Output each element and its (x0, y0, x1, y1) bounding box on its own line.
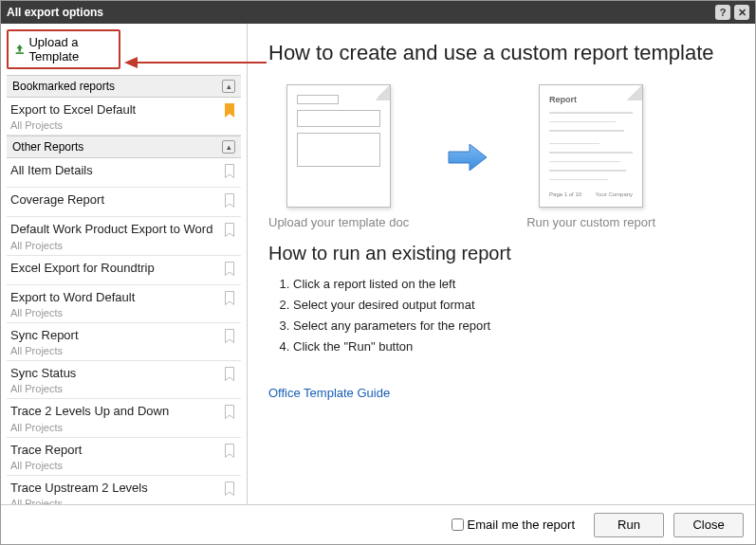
svg-marker-2 (124, 57, 138, 68)
report-item-sub: All Projects (10, 307, 220, 318)
report-item-title: Sync Report (10, 328, 220, 343)
arrow-icon (447, 141, 489, 173)
close-icon[interactable]: ✕ (734, 5, 749, 20)
window-title: All export options (7, 6, 103, 19)
report-item-title: All Item Details (10, 163, 220, 178)
run-button[interactable]: Run (594, 513, 664, 537)
upload-icon (14, 43, 25, 56)
group-header[interactable]: Other Reports▴ (7, 136, 241, 158)
report-item-title: Export to Word Default (10, 290, 220, 305)
report-item[interactable]: All Item Details (7, 158, 241, 188)
export-options-dialog: All export options ? ✕ Upload a Template… (0, 0, 756, 545)
report-item-title: Coverage Report (10, 192, 220, 208)
report-item[interactable]: Coverage Report (7, 188, 241, 217)
report-item-title: Excel Export for Roundtrip (10, 261, 220, 276)
group-header-label: Bookmarked reports (12, 80, 115, 93)
svg-rect-0 (16, 52, 24, 54)
email-report-checkbox[interactable] (452, 518, 464, 531)
bookmark-outline-icon[interactable] (224, 444, 237, 463)
bookmark-outline-icon[interactable] (224, 223, 237, 242)
office-template-guide-link[interactable]: Office Template Guide (268, 386, 390, 400)
report-item-title: Default Work Product Export to Word (10, 222, 220, 237)
report-item-sub: All Projects (10, 422, 220, 433)
step-item: Select any parameters for the report (293, 316, 734, 336)
titlebar: All export options ? ✕ (1, 1, 755, 24)
bookmark-outline-icon[interactable] (224, 262, 237, 281)
sidebar: Upload a Template Bookmarked reports▴Exp… (1, 24, 248, 504)
main-panel: How to create and use a custom report te… (248, 24, 755, 504)
bookmark-outline-icon[interactable] (224, 193, 237, 212)
collapse-icon[interactable]: ▴ (222, 80, 235, 93)
step-item: Click the "Run" button (293, 336, 734, 357)
report-item-title: Sync Status (10, 366, 220, 381)
group-header-label: Other Reports (12, 140, 83, 154)
report-item[interactable]: Trace Upstream 2 LevelsAll Projects (7, 476, 241, 504)
bookmark-outline-icon[interactable] (224, 329, 237, 348)
report-doc-illustration: Report Page 1 of 10 Your Company (539, 84, 643, 208)
template-doc-illustration (286, 84, 391, 208)
report-item[interactable]: Sync ReportAll Projects (7, 323, 241, 361)
report-item[interactable]: Trace ReportAll Projects (7, 438, 241, 476)
bookmark-outline-icon[interactable] (224, 291, 237, 310)
bookmark-filled-icon[interactable] (224, 103, 237, 122)
group-header[interactable]: Bookmarked reports▴ (7, 75, 241, 98)
report-item[interactable]: Export to Excel DefaultAll Projects (7, 98, 241, 136)
step-item: Click a report listed on the left (293, 274, 734, 295)
callout-arrow (124, 50, 267, 75)
bookmark-outline-icon[interactable] (224, 164, 237, 183)
report-item-sub: All Projects (10, 460, 220, 471)
caption-run: Run your custom report (526, 215, 655, 229)
report-item-sub: All Projects (10, 498, 220, 504)
report-item-sub: All Projects (10, 383, 220, 394)
illustration-row: Upload your template doc Report Page 1 o… (268, 84, 734, 229)
report-item-title: Export to Excel Default (10, 102, 220, 118)
report-item[interactable]: Export to Word DefaultAll Projects (7, 285, 241, 323)
help-button[interactable]: ? (715, 5, 730, 20)
steps-list: Click a report listed on the leftSelect … (293, 274, 734, 357)
footer: Email me the report Run Close (1, 504, 755, 544)
email-report-checkbox-label[interactable]: Email me the report (452, 518, 575, 532)
bookmark-outline-icon[interactable] (224, 405, 237, 424)
heading-create-template: How to create and use a custom report te… (268, 41, 734, 65)
bookmark-outline-icon[interactable] (224, 367, 237, 386)
report-item[interactable]: Excel Export for Roundtrip (7, 256, 241, 285)
report-item-sub: All Projects (10, 119, 220, 131)
step-item: Select your desired output format (293, 295, 734, 316)
report-item-title: Trace Report (10, 443, 220, 458)
caption-upload: Upload your template doc (268, 215, 409, 229)
heading-run-report: How to run an existing report (268, 243, 734, 264)
report-item[interactable]: Default Work Product Export to WordAll P… (7, 217, 241, 255)
upload-template-label: Upload a Template (28, 35, 113, 64)
report-item-title: Trace Upstream 2 Levels (10, 481, 220, 496)
collapse-icon[interactable]: ▴ (222, 140, 235, 154)
report-item-title: Trace 2 Levels Up and Down (10, 404, 220, 419)
report-item[interactable]: Sync StatusAll Projects (7, 361, 241, 399)
close-button[interactable]: Close (673, 513, 744, 537)
report-item[interactable]: Trace 2 Levels Up and DownAll Projects (7, 399, 241, 437)
upload-template-button[interactable]: Upload a Template (7, 29, 120, 69)
bookmark-outline-icon[interactable] (224, 481, 237, 500)
report-item-sub: All Projects (10, 345, 220, 356)
report-item-sub: All Projects (10, 240, 220, 251)
